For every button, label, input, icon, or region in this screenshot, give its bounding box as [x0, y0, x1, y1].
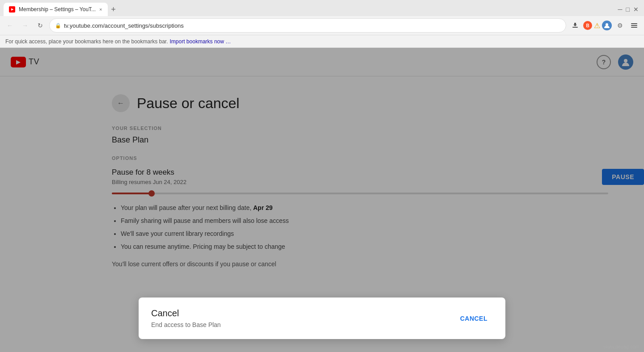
import-bookmarks-link[interactable]: Import bookmarks now …: [170, 38, 231, 45]
url-text: tv.youtube.com/account_settings/subscrip…: [64, 22, 560, 29]
browser-title-bar: Membership – Settings – YouT... × + ─ □ …: [0, 0, 644, 16]
cancel-modal-description: End access to Base Plan: [151, 321, 221, 328]
browser-nav-bar: ← → ↻ 🔒 tv.youtube.com/account_settings/…: [0, 16, 644, 35]
browser-actions: B ⚠ ⚙: [569, 19, 640, 32]
lock-icon: 🔒: [55, 23, 61, 29]
tab-close-button[interactable]: ×: [99, 7, 102, 12]
cancel-modal: Cancel End access to Base Plan CANCEL: [139, 298, 505, 339]
download-button[interactable]: [569, 19, 581, 32]
modal-overlay: Cancel End access to Base Plan CANCEL: [0, 48, 644, 352]
cancel-action-button[interactable]: CANCEL: [455, 311, 493, 326]
sidebar-button[interactable]: [628, 19, 640, 32]
tab-title: Membership – Settings – YouT...: [19, 6, 96, 13]
window-close-button[interactable]: ✕: [633, 6, 639, 13]
svg-rect-4: [631, 27, 637, 28]
address-bar[interactable]: 🔒 tv.youtube.com/account_settings/subscr…: [49, 18, 566, 33]
page-content: TV ? ← Pause or cancel YOUR SELECTION Ba…: [0, 48, 644, 352]
extensions-button[interactable]: ⚙: [614, 19, 626, 32]
refresh-nav-button[interactable]: ↻: [34, 19, 47, 32]
bookmarks-text: For quick access, place your bookmarks h…: [5, 38, 168, 45]
profile-icon[interactable]: [602, 21, 612, 30]
watermark: www.deuag.com: [603, 344, 640, 349]
warning-icon: ⚠: [594, 21, 600, 30]
back-nav-button[interactable]: ←: [4, 19, 16, 32]
window-minimize-button[interactable]: ─: [618, 6, 623, 13]
window-maximize-button[interactable]: □: [626, 6, 630, 13]
svg-rect-0: [572, 27, 578, 28]
cancel-modal-title: Cancel: [151, 308, 221, 318]
new-tab-button[interactable]: +: [108, 4, 119, 15]
svg-rect-2: [631, 23, 637, 24]
browser-tab[interactable]: Membership – Settings – YouT... ×: [4, 3, 108, 16]
browser-chrome: Membership – Settings – YouT... × + ─ □ …: [0, 0, 644, 35]
brave-icon: B: [583, 21, 592, 30]
bookmarks-bar: For quick access, place your bookmarks h…: [0, 35, 644, 48]
cancel-modal-info: Cancel End access to Base Plan: [151, 308, 221, 328]
tab-favicon-icon: [9, 6, 15, 13]
svg-rect-3: [631, 25, 637, 26]
forward-nav-button[interactable]: →: [19, 19, 31, 32]
